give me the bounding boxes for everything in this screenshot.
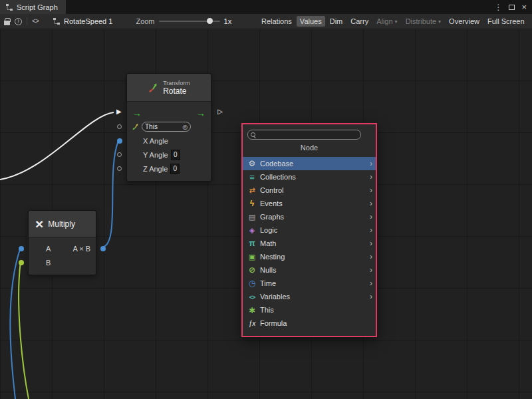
finder-item-collections[interactable]: Collections: [243, 170, 376, 184]
flow-exit-icon[interactable]: [196, 108, 205, 118]
chevron-right-icon: [370, 279, 372, 287]
this-axes-icon: [132, 123, 139, 130]
tab-script-graph[interactable]: Script Graph: [0, 0, 66, 14]
transform-node-titles: Transform Rotate: [163, 80, 190, 96]
finder-item-label: Formula: [260, 319, 287, 327]
menu-kebab-icon[interactable]: [494, 3, 502, 12]
transform-icon: [148, 82, 158, 93]
carry-button[interactable]: Carry: [347, 16, 372, 27]
graph-canvas[interactable]: Transform Rotate This: [0, 29, 532, 399]
finder-search-field[interactable]: [247, 130, 361, 140]
multiply-a-port[interactable]: [19, 246, 24, 251]
formula-icon: [247, 319, 257, 327]
finder-item-codebase[interactable]: Codebase: [243, 157, 376, 170]
distribute-button[interactable]: Distribute: [402, 16, 444, 27]
chevron-right-icon: [370, 173, 372, 181]
finder-search-input[interactable]: [259, 131, 358, 139]
y-angle-input[interactable]: 0: [171, 150, 180, 160]
chevron-right-icon: [370, 213, 372, 221]
finder-item-variables[interactable]: Variables: [243, 290, 376, 303]
nesting-icon: [247, 253, 257, 261]
multiply-output-port[interactable]: [100, 246, 106, 251]
zoom-value: 1x: [224, 17, 232, 25]
finder-item-logic[interactable]: Logic: [243, 223, 376, 237]
graph-breadcrumb-icon: [53, 17, 61, 25]
finder-item-label: Variables: [260, 293, 290, 301]
multiply-output-label: A × B: [72, 245, 90, 253]
finder-item-math[interactable]: Math: [243, 237, 376, 250]
this-object-field[interactable]: This: [142, 122, 191, 132]
pi-icon: [247, 239, 257, 248]
dim-button[interactable]: Dim: [327, 16, 346, 27]
y-angle-label: Y Angle: [143, 151, 168, 159]
info-icon[interactable]: [15, 18, 22, 25]
close-icon[interactable]: [521, 2, 527, 12]
values-button[interactable]: Values: [297, 16, 325, 27]
finder-item-events[interactable]: Events: [243, 197, 376, 210]
maximize-icon[interactable]: [509, 5, 515, 10]
finder-item-label: Codebase: [260, 160, 293, 168]
chevron-right-icon: [370, 200, 372, 207]
this-input-port[interactable]: [117, 124, 122, 129]
lock-icon[interactable]: [4, 21, 10, 25]
chevron-right-icon: [370, 293, 372, 301]
zoom-control: Zoom 1x: [136, 17, 231, 25]
z-angle-input[interactable]: 0: [170, 164, 180, 174]
graph-toolbar: <> RotateSpeed 1 Zoom 1x Relations Value…: [0, 14, 532, 29]
wire-to-multiply-b[interactable]: [19, 261, 29, 399]
finder-item-label: Nesting: [260, 253, 285, 261]
brackets-icon: [247, 293, 257, 301]
wire-multiply-to-xangle[interactable]: [104, 141, 118, 247]
align-button[interactable]: Align: [373, 16, 400, 27]
object-picker-icon[interactable]: [182, 123, 188, 130]
finder-header: Node: [243, 144, 376, 152]
multiply-icon: [35, 217, 43, 231]
this-row: This: [127, 120, 211, 134]
flow-enter-icon[interactable]: [132, 108, 142, 118]
flow-input-port[interactable]: [116, 108, 122, 115]
chevron-right-icon: [370, 226, 372, 234]
y-angle-row: Y Angle 0: [127, 148, 211, 162]
finder-item-time[interactable]: Time: [243, 277, 376, 290]
finder-item-this[interactable]: This: [243, 303, 376, 317]
y-angle-port[interactable]: [117, 152, 122, 157]
multiply-node[interactable]: Multiply A A × B B: [28, 210, 96, 275]
window-tab-bar: Script Graph: [0, 0, 532, 14]
control-flow-icon: [247, 186, 257, 195]
wire-flow-white[interactable]: [0, 112, 114, 180]
lightning-icon: [247, 199, 257, 208]
breadcrumb-graph-name: RotateSpeed 1: [64, 17, 112, 25]
finder-item-graphs[interactable]: Graphs: [243, 210, 376, 223]
zoom-slider-thumb[interactable]: [207, 18, 213, 24]
finder-item-label: Collections: [260, 173, 296, 181]
finder-item-formula[interactable]: Formula: [243, 317, 376, 330]
multiply-b-label: B: [46, 259, 51, 267]
transform-node-header[interactable]: Transform Rotate: [127, 74, 211, 102]
overview-button[interactable]: Overview: [446, 16, 483, 27]
x-angle-port[interactable]: [117, 138, 122, 144]
node-finder-panel: Node Codebase Collections Control Events…: [241, 123, 377, 337]
finder-item-control[interactable]: Control: [243, 184, 376, 197]
multiply-node-header[interactable]: Multiply: [29, 211, 96, 237]
finder-item-label: Nulls: [260, 266, 276, 274]
finder-item-label: Events: [260, 200, 283, 207]
finder-item-nulls[interactable]: Nulls: [243, 263, 376, 277]
node-type-label: Transform: [163, 80, 190, 86]
finder-item-label: Logic: [260, 226, 277, 234]
flow-output-port[interactable]: [217, 108, 223, 115]
code-preview-toggle[interactable]: <>: [32, 18, 39, 25]
relations-button[interactable]: Relations: [258, 16, 295, 27]
z-angle-port[interactable]: [117, 166, 122, 171]
multiply-b-port[interactable]: [19, 260, 24, 265]
chevron-right-icon: [370, 186, 372, 194]
finder-item-nesting[interactable]: Nesting: [243, 250, 376, 263]
chevron-right-icon: [370, 266, 372, 274]
transform-rotate-node[interactable]: Transform Rotate This: [126, 73, 211, 182]
tab-title: Script Graph: [17, 3, 58, 11]
breadcrumb[interactable]: RotateSpeed 1: [53, 17, 112, 25]
x-angle-label: X Angle: [143, 137, 168, 145]
fullscreen-button[interactable]: Full Screen: [484, 16, 528, 27]
finder-item-label: Time: [260, 279, 276, 287]
zoom-slider[interactable]: [159, 17, 220, 25]
toolbar-buttons: Relations Values Dim Carry Align Distrib…: [258, 14, 528, 29]
